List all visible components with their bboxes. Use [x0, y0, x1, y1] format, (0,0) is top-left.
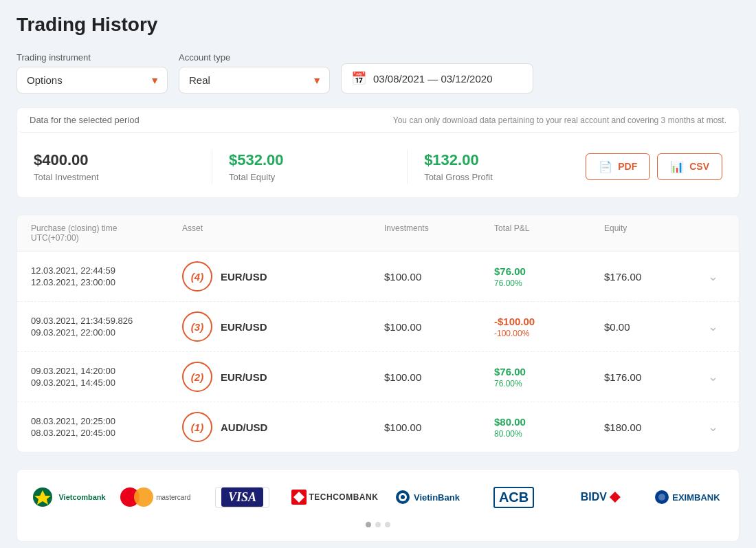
vietinbank-icon — [394, 489, 411, 505]
trade-number: (2) — [182, 362, 212, 392]
vietcombank-text: Vietcombank — [58, 493, 105, 501]
svg-point-6 — [401, 495, 405, 499]
pnl-cell: -$100.00 -100.00% — [494, 316, 604, 338]
investment-cell: $100.00 — [384, 321, 494, 333]
account-filter-group: Account type Real ▼ — [179, 52, 330, 94]
eximbank-icon — [654, 490, 669, 505]
pdf-button[interactable]: 📄 PDF — [586, 153, 650, 180]
export-buttons: 📄 PDF 📊 CSV — [586, 153, 722, 180]
time-cell: 09.03.2021, 14:20:00 09.03.2021, 14:45:0… — [31, 366, 182, 388]
trade-number: (4) — [182, 261, 212, 292]
asset-name: AUD/USD — [221, 421, 267, 433]
time-cell: 12.03.2021, 22:44:59 12.03.2021, 23:00:0… — [31, 265, 182, 287]
total-equity: $532.00 Total Equity — [229, 151, 390, 182]
calendar-icon: 📅 — [351, 71, 366, 86]
investment-cell: $100.00 — [384, 371, 494, 383]
summary-section: $400.00 Total Investment $532.00 Total E… — [16, 133, 740, 198]
instrument-select-wrapper: Options ▼ — [16, 67, 168, 94]
total-gross-profit-label: Total Gross Profit — [424, 172, 586, 182]
date-range-picker[interactable]: 📅 03/08/2021 — 03/12/2020 — [341, 63, 533, 94]
vietcombank-icon — [32, 486, 54, 508]
time-line-2: 08.03.2021, 20:45:00 — [31, 428, 182, 438]
visa-text: VISA — [221, 487, 263, 507]
download-note: You can only download data pertaining to… — [393, 116, 726, 125]
asset-cell: (1) AUD/USD — [182, 412, 384, 442]
asset-cell: (3) EUR/USD — [182, 311, 384, 342]
csv-button[interactable]: 📊 CSV — [657, 153, 722, 180]
time-line-1: 12.03.2021, 22:44:59 — [31, 265, 182, 276]
pnl-pct: 80.00% — [494, 429, 604, 439]
instrument-select[interactable]: Options — [16, 67, 168, 94]
pnl-pct: 76.00% — [494, 379, 604, 388]
filters-row: Trading instrument Options ▼ Account typ… — [16, 52, 740, 94]
time-line-1: 09.03.2021, 14:20:00 — [31, 366, 182, 376]
account-label: Account type — [179, 52, 330, 63]
bidv-logo: BIDV — [563, 491, 638, 503]
techcombank-logo: TECHCOMBANK — [291, 490, 379, 505]
equity-cell: $0.00 — [604, 321, 700, 333]
dot-1[interactable] — [366, 522, 371, 527]
asset-cell: (4) EUR/USD — [182, 261, 384, 292]
expand-button[interactable]: ⌄ — [700, 269, 725, 284]
pnl-cell: $76.00 76.00% — [494, 265, 604, 288]
equity-cell: $180.00 — [604, 421, 700, 433]
time-cell: 09.03.2021, 21:34:59.826 09.03.2021, 22:… — [31, 316, 182, 338]
summary-divider-1 — [212, 149, 212, 184]
trade-number: (3) — [182, 311, 212, 342]
time-line-2: 09.03.2021, 22:00:00 — [31, 327, 182, 338]
time-line-2: 12.03.2021, 23:00:00 — [31, 277, 182, 287]
asset-name: EUR/USD — [221, 371, 267, 383]
time-cell: 08.03.2021, 20:25:00 08.03.2021, 20:45:0… — [31, 416, 182, 438]
pdf-label: PDF — [618, 161, 637, 172]
table-row: 09.03.2021, 21:34:59.826 09.03.2021, 22:… — [17, 302, 739, 352]
expand-button[interactable]: ⌄ — [700, 369, 725, 384]
account-select-wrapper: Real ▼ — [179, 67, 330, 94]
time-line-2: 09.03.2021, 14:45:00 — [31, 377, 182, 388]
trade-table: Purchase (closing) timeUTC(+07:00) Asset… — [16, 215, 740, 452]
vietinbank-logo: VietinBank — [389, 489, 465, 505]
total-equity-value: $532.00 — [229, 151, 390, 169]
mastercard-logo: mastercard — [118, 487, 193, 507]
carousel-dots — [31, 522, 725, 527]
total-gross-profit: $132.00 Total Gross Profit — [424, 151, 586, 182]
header-expand — [700, 223, 725, 243]
equity-cell: $176.00 — [604, 271, 700, 283]
csv-icon: 📊 — [670, 160, 684, 173]
equity-cell: $176.00 — [604, 371, 700, 383]
date-range-text: 03/08/2021 — 03/12/2020 — [373, 73, 492, 85]
total-equity-label: Total Equity — [229, 172, 390, 182]
acb-text: ACB — [493, 487, 534, 508]
pnl-pct: -100.00% — [494, 329, 604, 338]
techcombank-icon — [291, 490, 307, 505]
table-row: 08.03.2021, 20:25:00 08.03.2021, 20:45:0… — [17, 402, 739, 452]
techcombank-text: TECHCOMBANK — [309, 492, 379, 502]
instrument-label: Trading instrument — [16, 52, 168, 63]
instrument-filter-group: Trading instrument Options ▼ — [16, 52, 168, 94]
period-text: Data for the selected period — [30, 115, 140, 125]
header-time: Purchase (closing) timeUTC(+07:00) — [31, 223, 182, 243]
info-bar: Data for the selected period You can onl… — [16, 107, 740, 133]
investment-cell: $100.00 — [384, 271, 494, 283]
time-line-1: 08.03.2021, 20:25:00 — [31, 416, 182, 426]
summary-divider-2 — [407, 149, 408, 184]
asset-name: EUR/USD — [221, 321, 267, 333]
total-gross-profit-value: $132.00 — [424, 151, 586, 169]
pnl-value: $80.00 — [494, 416, 604, 428]
table-row: 12.03.2021, 22:44:59 12.03.2021, 23:00:0… — [17, 252, 739, 302]
expand-button[interactable]: ⌄ — [700, 419, 725, 435]
pnl-value: -$100.00 — [494, 316, 604, 327]
vietcombank-logo: Vietcombank — [31, 486, 107, 508]
total-investment-label: Total Investment — [34, 172, 195, 182]
table-header: Purchase (closing) timeUTC(+07:00) Asset… — [17, 215, 739, 252]
header-total-pnl: Total P&L — [494, 223, 604, 243]
vietinbank-text: VietinBank — [414, 492, 460, 503]
asset-cell: (2) EUR/USD — [182, 362, 384, 392]
pnl-pct: 76.00% — [494, 278, 604, 288]
dot-3[interactable] — [385, 522, 390, 527]
eximbank-logo: EXIMBANK — [649, 490, 725, 505]
bidv-text: BIDV — [581, 491, 607, 503]
trade-number: (1) — [182, 412, 212, 442]
expand-button[interactable]: ⌄ — [700, 319, 725, 334]
dot-2[interactable] — [375, 522, 381, 527]
account-select[interactable]: Real — [179, 67, 330, 94]
